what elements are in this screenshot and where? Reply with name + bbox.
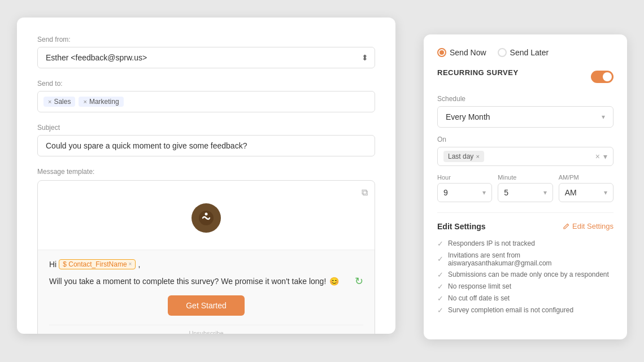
- schedule-label: Schedule: [437, 95, 613, 103]
- setting-item-2: ✓ Submissions can be made only once by a…: [437, 269, 613, 281]
- send-from-label: Send from:: [37, 36, 375, 43]
- edit-settings-header: Edit Settings Edit Settings: [437, 222, 613, 231]
- setting-item-3: ✓ No response limit set: [437, 281, 613, 293]
- minute-label: Minute: [498, 174, 552, 181]
- check-icon-2: ✓: [437, 271, 443, 279]
- minute-group: Minute 5 ▾: [498, 174, 552, 202]
- message-content: Hi $ Contact_FirstName × , Will you take…: [38, 250, 375, 334]
- check-icon-4: ✓: [437, 294, 443, 303]
- copy-icon[interactable]: ⧉: [362, 187, 368, 198]
- ampm-group: AM/PM AM ▾: [559, 174, 613, 202]
- on-controls: × ▾: [595, 152, 607, 161]
- hi-text: Hi: [49, 260, 56, 269]
- send-later-option[interactable]: Send Later: [498, 48, 549, 57]
- svg-point-1: [205, 212, 208, 215]
- last-day-close[interactable]: ×: [476, 153, 479, 160]
- on-chevron[interactable]: ▾: [603, 152, 607, 161]
- on-field: Last day × × ▾: [437, 147, 613, 166]
- edit-settings-title: Edit Settings: [437, 222, 486, 231]
- tag-sales-close[interactable]: ×: [48, 98, 51, 105]
- schedule-chevron: ▾: [602, 113, 605, 121]
- contact-tag-close[interactable]: ×: [129, 261, 132, 267]
- time-row: Hour 9 ▾ Minute 5 ▾ AM/PM AM ▾: [437, 174, 613, 202]
- send-from-select[interactable]: Esther <feedback@sprw.us>: [37, 47, 375, 68]
- schedule-dropdown[interactable]: Every Month ▾: [437, 106, 613, 128]
- divider: [437, 212, 613, 213]
- message-area: ⧉ Hi $ Contact_FirstName ×: [37, 180, 375, 334]
- last-day-tag: Last day ×: [443, 151, 484, 162]
- recurring-title: RECURRING SURVEY: [437, 68, 519, 77]
- on-label: On: [437, 136, 613, 143]
- recurring-header: RECURRING SURVEY: [437, 68, 613, 86]
- send-options: Send Now Send Later: [437, 48, 613, 57]
- send-from-wrapper: Esther <feedback@sprw.us> ⬍: [37, 47, 375, 68]
- check-icon-3: ✓: [437, 282, 443, 291]
- left-panel: Send from: Esther <feedback@sprw.us> ⬍ S…: [17, 18, 395, 334]
- hour-label: Hour: [437, 174, 492, 181]
- contact-tag[interactable]: $ Contact_FirstName ×: [59, 259, 136, 269]
- on-tags-area: Last day ×: [443, 151, 595, 162]
- on-clear-icon[interactable]: ×: [595, 152, 600, 161]
- hour-dropdown[interactable]: 9 ▾: [437, 183, 492, 202]
- ampm-label: AM/PM: [559, 174, 613, 181]
- minute-chevron: ▾: [543, 189, 547, 197]
- subject-label: Subject: [37, 124, 375, 132]
- recurring-toggle[interactable]: [591, 71, 613, 83]
- subject-input[interactable]: [37, 135, 375, 156]
- hour-group: Hour 9 ▾: [437, 174, 492, 202]
- toggle-knob: [603, 72, 612, 81]
- right-panel: Send Now Send Later RECURRING SURVEY Sch…: [424, 34, 627, 339]
- setting-item-0: ✓ Responders IP is not tracked: [437, 238, 613, 250]
- message-logo: [38, 181, 375, 250]
- unsubscribe-link[interactable]: Unsubscribe: [49, 325, 363, 334]
- message-template-label: Message template:: [37, 168, 375, 176]
- setting-item-1: ✓ Invitations are sent from aiswaryasant…: [437, 250, 613, 269]
- check-icon-5: ✓: [437, 306, 443, 315]
- send-now-option[interactable]: Send Now: [437, 48, 486, 57]
- tag-sales: × Sales: [43, 97, 75, 107]
- get-started-button[interactable]: Get Started: [168, 295, 245, 316]
- message-body: Will you take a moment to complete this …: [49, 275, 363, 287]
- edit-settings-link[interactable]: Edit Settings: [562, 222, 613, 230]
- send-later-radio[interactable]: [498, 48, 507, 57]
- comma-text: ,: [138, 260, 140, 269]
- ampm-chevron: ▾: [604, 189, 607, 197]
- logo-circle: [192, 203, 221, 233]
- hour-chevron: ▾: [482, 189, 486, 197]
- check-icon-0: ✓: [437, 239, 443, 248]
- minute-dropdown[interactable]: 5 ▾: [498, 183, 552, 202]
- settings-list: ✓ Responders IP is not tracked ✓ Invitat…: [437, 238, 613, 316]
- hi-line: Hi $ Contact_FirstName × ,: [49, 259, 363, 269]
- ampm-dropdown[interactable]: AM ▾: [559, 183, 613, 202]
- tag-marketing: × Marketing: [79, 97, 123, 107]
- send-to-tags[interactable]: × Sales × Marketing: [37, 91, 375, 112]
- tag-marketing-close[interactable]: ×: [83, 98, 86, 105]
- send-to-label: Send to:: [37, 80, 375, 88]
- refresh-icon[interactable]: ↻: [355, 275, 363, 287]
- setting-item-4: ✓ No cut off date is set: [437, 293, 613, 304]
- send-now-radio[interactable]: [437, 48, 446, 57]
- setting-item-5: ✓ Survey completion email is not configu…: [437, 304, 613, 316]
- check-icon-1: ✓: [437, 255, 443, 263]
